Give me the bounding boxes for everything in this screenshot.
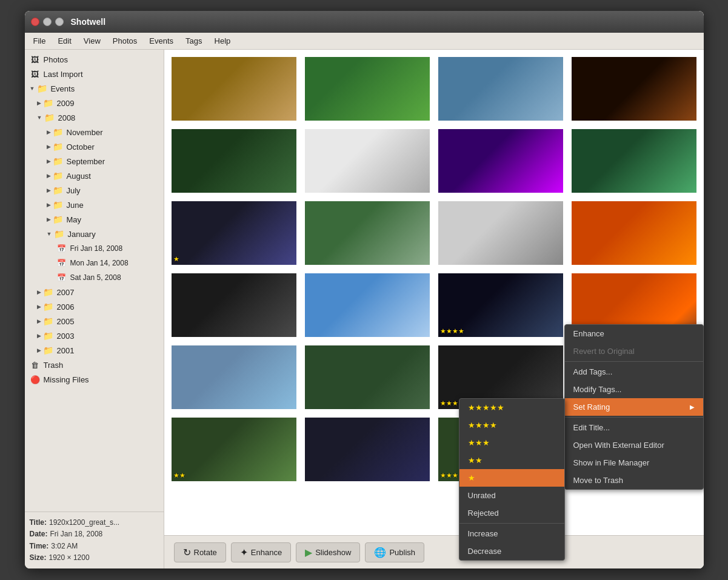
sidebar-item-2008[interactable]: ▼ 📁 2008 xyxy=(25,110,164,125)
photo-thumb-8[interactable] xyxy=(570,128,698,194)
menu-view[interactable]: View xyxy=(78,34,107,48)
sidebar-item-july[interactable]: ▶ 📁 July xyxy=(25,183,164,198)
sidebar-item-2003[interactable]: ▶ 📁 2003 xyxy=(25,328,164,343)
menu-help[interactable]: Help xyxy=(209,34,237,48)
menu-file[interactable]: File xyxy=(27,34,52,48)
rotate-icon: ↻ xyxy=(183,547,191,558)
sidebar-item-june[interactable]: ▶ 📁 June xyxy=(25,198,164,212)
photo-thumb-22[interactable] xyxy=(304,416,431,482)
sidebar-label-jan5: Sat Jan 5, 2008 xyxy=(70,273,121,282)
photo-thumb-11[interactable] xyxy=(437,200,564,266)
ctx-edit-title[interactable]: Edit Title... xyxy=(565,419,703,436)
september-icon: 📁 xyxy=(53,156,64,167)
sidebar-item-jan14[interactable]: 📅 Mon Jan 14, 2008 xyxy=(25,256,164,270)
august-icon: 📁 xyxy=(53,170,64,181)
rotate-button[interactable]: ↻ Rotate xyxy=(174,542,226,562)
sidebar-item-events[interactable]: ▼ 📁 Events xyxy=(25,81,164,96)
sidebar-item-photos[interactable]: 🖼 Photos xyxy=(25,52,164,67)
photo-thumb-15[interactable]: ★★★★ xyxy=(437,272,564,338)
menu-photos[interactable]: Photos xyxy=(107,34,143,48)
sidebar-label-missing: Missing Files xyxy=(44,375,89,384)
sidebar-label-2005: 2005 xyxy=(57,317,75,326)
rating-5stars[interactable]: ★★★★★ xyxy=(459,399,564,416)
may-arrow: ▶ xyxy=(47,216,51,222)
sidebar-scroll[interactable]: 🖼 Photos 🖼 Last Import ▼ 📁 Events ▶ xyxy=(25,50,164,512)
slideshow-button[interactable]: ▶ Slideshow xyxy=(296,542,360,562)
sidebar-item-may[interactable]: ▶ 📁 May xyxy=(25,212,164,227)
photo-thumb-13[interactable] xyxy=(170,272,298,338)
ctx-modify-tags[interactable]: Modify Tags... xyxy=(565,381,703,398)
sidebar-label-may: May xyxy=(67,215,82,224)
ctx-open-external[interactable]: Open With External Editor xyxy=(565,436,703,454)
menu-edit[interactable]: Edit xyxy=(52,34,77,48)
ctx-add-tags[interactable]: Add Tags... xyxy=(565,363,703,381)
events-icon: 📁 xyxy=(36,83,47,94)
ctx-sep1 xyxy=(565,361,703,362)
photo-thumb-9[interactable]: ★ xyxy=(170,200,298,266)
rating-4stars[interactable]: ★★★★ xyxy=(459,416,564,434)
sidebar-label-2001: 2001 xyxy=(57,346,75,355)
photo-thumb-12[interactable] xyxy=(570,200,698,266)
2008-arrow: ▼ xyxy=(37,115,42,121)
rating-3stars[interactable]: ★★★ xyxy=(459,434,564,452)
sidebar-label-september: September xyxy=(67,157,105,166)
publish-button[interactable]: 🌐 Publish xyxy=(365,542,424,562)
photo-thumb-21[interactable]: ★★ xyxy=(170,416,298,482)
sidebar-item-november[interactable]: ▶ 📁 November xyxy=(25,125,164,139)
menu-bar: File Edit View Photos Events Tags Help xyxy=(25,33,704,50)
photo-thumb-14[interactable] xyxy=(304,272,431,338)
sidebar-label-jan14: Mon Jan 14, 2008 xyxy=(70,259,129,267)
sidebar-item-october[interactable]: ▶ 📁 October xyxy=(25,139,164,154)
minimize-button[interactable] xyxy=(43,18,52,26)
rating-1star[interactable]: ★ xyxy=(459,469,564,487)
sidebar-label-june: June xyxy=(67,201,84,210)
sidebar-item-jan5[interactable]: 📅 Sat Jan 5, 2008 xyxy=(25,270,164,285)
ctx-sep2 xyxy=(565,417,703,418)
menu-events[interactable]: Events xyxy=(143,34,179,48)
sidebar-item-august[interactable]: ▶ 📁 August xyxy=(25,168,164,183)
ctx-set-rating[interactable]: Set Rating ▶ ★★★★★ ★★★★ ★★★ xyxy=(565,398,703,416)
trash-icon: 🗑 xyxy=(30,359,41,370)
photo-thumb-2[interactable] xyxy=(304,56,431,122)
sidebar-item-2005[interactable]: ▶ 📁 2005 xyxy=(25,314,164,328)
sidebar-item-september[interactable]: ▶ 📁 September xyxy=(25,154,164,168)
bottom-toolbar: ↻ Rotate ✦ Enhance ▶ Slideshow 🌐 Publish xyxy=(164,535,704,568)
sidebar-item-missing[interactable]: 🔴 Missing Files xyxy=(25,372,164,387)
sidebar-item-2009[interactable]: ▶ 📁 2009 xyxy=(25,96,164,110)
rating-increase[interactable]: Increase xyxy=(459,525,564,542)
rating-2stars[interactable]: ★★ xyxy=(459,452,564,469)
2007-icon: 📁 xyxy=(43,287,54,298)
sidebar-item-2001[interactable]: ▶ 📁 2001 xyxy=(25,343,164,358)
photo-thumb-3[interactable] xyxy=(437,56,564,122)
photo-thumb-17[interactable] xyxy=(170,344,298,410)
sidebar-item-trash[interactable]: 🗑 Trash xyxy=(25,358,164,372)
sidebar-item-jan18[interactable]: 📅 Fri Jan 18, 2008 xyxy=(25,241,164,256)
photo-thumb-18[interactable] xyxy=(304,344,431,410)
rating-decrease[interactable]: Decrease xyxy=(459,542,564,560)
rating-rejected[interactable]: Rejected xyxy=(459,504,564,522)
photo-thumb-6[interactable] xyxy=(304,128,431,194)
photo-thumb-7[interactable] xyxy=(437,128,564,194)
ctx-enhance[interactable]: Enhance xyxy=(565,325,703,342)
events-arrow: ▼ xyxy=(30,85,35,92)
photo-thumb-5[interactable] xyxy=(170,128,298,194)
sidebar-label-events: Events xyxy=(50,84,75,93)
september-arrow: ▶ xyxy=(47,158,51,164)
photo-thumb-4[interactable] xyxy=(570,56,698,122)
menu-tags[interactable]: Tags xyxy=(179,34,208,48)
sidebar-item-january[interactable]: ▼ 📁 January xyxy=(25,227,164,241)
photo-thumb-10[interactable] xyxy=(304,200,431,266)
enhance-button[interactable]: ✦ Enhance xyxy=(231,542,291,562)
maximize-button[interactable] xyxy=(55,18,64,26)
november-icon: 📁 xyxy=(53,127,64,138)
photo-thumb-1[interactable] xyxy=(170,56,298,122)
rating-unrated[interactable]: Unrated xyxy=(459,487,564,504)
sidebar-item-2006[interactable]: ▶ 📁 2006 xyxy=(25,299,164,314)
sidebar-item-last-import[interactable]: 🖼 Last Import xyxy=(25,67,164,81)
january-arrow: ▼ xyxy=(47,231,52,237)
ctx-show-file[interactable]: Show in File Manager xyxy=(565,454,703,472)
sidebar-item-2007[interactable]: ▶ 📁 2007 xyxy=(25,285,164,299)
ctx-move-trash[interactable]: Move to Trash xyxy=(565,472,703,489)
july-icon: 📁 xyxy=(53,185,64,196)
close-button[interactable] xyxy=(31,18,39,26)
